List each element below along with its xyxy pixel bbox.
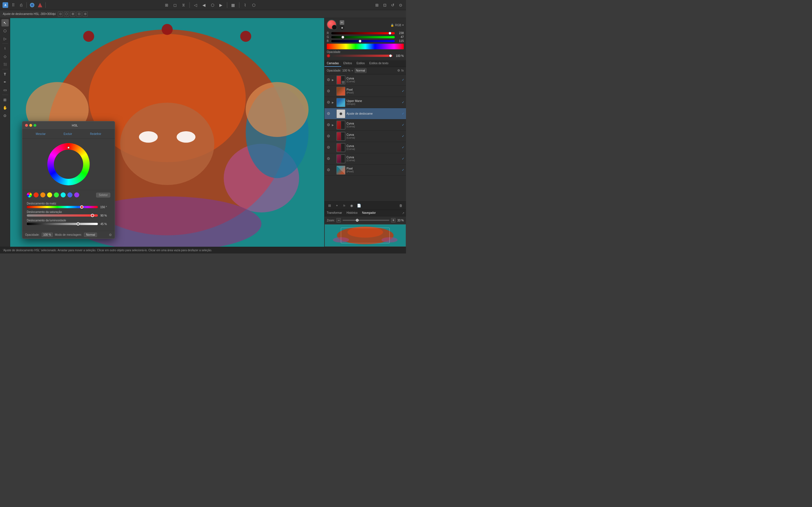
channel-r-thumb[interactable] xyxy=(389,32,391,35)
layer-item[interactable]: ▶ Curva (Curva) ✓ xyxy=(324,131,406,142)
color-wheel-icon[interactable]: ◉ xyxy=(340,25,344,30)
visibility-toggle[interactable] xyxy=(326,157,331,161)
tab-navegador[interactable]: Navegador xyxy=(360,210,378,216)
visibility-toggle[interactable] xyxy=(326,78,331,82)
layer-visible-check[interactable]: ✓ xyxy=(402,146,404,149)
hue-slider-track[interactable] xyxy=(27,206,98,208)
eraser-icon[interactable]: ⬡ xyxy=(251,2,257,8)
view-mode-icon[interactable]: ⊙ xyxy=(58,11,63,17)
visibility-toggle[interactable] xyxy=(326,146,331,150)
footer-opacity-value[interactable]: 100 % xyxy=(42,233,52,237)
tab-historico[interactable]: Histórico xyxy=(344,210,360,216)
preset-purple[interactable] xyxy=(74,192,79,198)
blend-mode-selector[interactable]: Normal xyxy=(355,68,366,73)
share-icon[interactable]: ⎙ xyxy=(18,2,24,8)
layer-visible-check[interactable]: ✓ xyxy=(402,89,404,93)
layer-item[interactable]: ▶ Curva (Curva) ✓ xyxy=(324,153,406,165)
delete-button[interactable]: Excluir xyxy=(61,132,74,136)
adjust-icon[interactable]: ⊡ xyxy=(77,11,82,17)
visibility-toggle[interactable] xyxy=(326,89,331,93)
view-tool[interactable]: ✋ xyxy=(1,104,9,111)
add-layer-icon[interactable]: 📄 xyxy=(356,203,362,209)
fill-tool[interactable]: ⬛ xyxy=(1,61,9,68)
erase-tool[interactable]: ◇ xyxy=(1,53,9,60)
shape-tool[interactable]: ▭ xyxy=(1,86,9,94)
minimize-button[interactable] xyxy=(29,124,32,127)
luminosity-slider-thumb[interactable] xyxy=(77,222,80,226)
merge-button[interactable]: Mesclar xyxy=(34,132,48,136)
eyedropper-icon[interactable]: ✏ xyxy=(340,20,344,25)
zoom-thumb[interactable] xyxy=(356,219,359,222)
layers-stack-icon[interactable]: ⊞ xyxy=(327,203,333,209)
snapping-icon[interactable]: ⊞ xyxy=(163,2,170,8)
expand-icon[interactable]: ▶ xyxy=(332,78,335,81)
layer-item[interactable]: ▶ Curva (Curva) ✓ xyxy=(324,142,406,153)
zoom-in-button[interactable]: + xyxy=(391,218,396,223)
crop-tool[interactable]: ▷ xyxy=(1,35,9,42)
layer-opacity-value[interactable]: 100 % xyxy=(342,69,350,72)
zoom-slider[interactable] xyxy=(343,220,389,221)
background-color[interactable] xyxy=(332,25,337,30)
align-right-icon[interactable]: ⬡ xyxy=(209,2,216,8)
channel-g-slider[interactable] xyxy=(331,36,395,38)
opacity-slider[interactable] xyxy=(331,55,393,57)
tab-camadas[interactable]: Camadas xyxy=(324,60,341,67)
preset-red[interactable] xyxy=(34,192,39,198)
table-icon[interactable]: ▦ xyxy=(230,2,236,8)
persona-vector[interactable] xyxy=(37,2,43,8)
expand-icon[interactable]: ▶ xyxy=(332,101,335,104)
tab-estilos[interactable]: Estilos xyxy=(354,60,367,67)
layer-visible-check[interactable]: ✓ xyxy=(402,157,404,161)
opacity-thumb[interactable] xyxy=(389,54,392,57)
expand-icon[interactable]: ▶ xyxy=(332,124,335,126)
transform-tool[interactable]: ⊞ xyxy=(1,96,9,103)
align-top-icon[interactable]: ▶ xyxy=(218,2,224,8)
visibility-toggle[interactable] xyxy=(326,168,331,172)
zoom-out-button[interactable]: − xyxy=(336,218,341,223)
model-label[interactable]: RGB xyxy=(395,24,401,27)
preset-rainbow[interactable] xyxy=(27,192,32,198)
saturation-slider-track[interactable] xyxy=(27,214,98,217)
layer-item[interactable]: ▶ Pixel (Pixel) ✓ xyxy=(324,165,406,176)
paintbrush-tool[interactable]: ⌇ xyxy=(1,45,9,52)
layers-icon[interactable]: ⊞ xyxy=(374,2,380,8)
layer-visible-check[interactable]: ✓ xyxy=(402,78,404,82)
layer-visible-check[interactable]: ✓ xyxy=(402,168,404,172)
saturation-slider-thumb[interactable] xyxy=(91,214,94,217)
foreground-color[interactable] xyxy=(327,20,336,29)
add-mask-icon[interactable]: + xyxy=(334,203,340,209)
maximize-button[interactable] xyxy=(34,124,36,127)
nav-expand-icon[interactable]: ↗ xyxy=(400,210,406,216)
layer-opacity-dropdown[interactable]: ▾ xyxy=(352,69,353,72)
tab-efeitos[interactable]: Efeitos xyxy=(341,60,354,67)
model-dropdown-icon[interactable]: ▾ xyxy=(402,24,404,26)
persona-pixel[interactable] xyxy=(29,2,35,8)
tab-estilos-texto[interactable]: Estilos de texto xyxy=(367,60,391,67)
layer-item[interactable]: ▶ Pixel (Pixel) ✓ xyxy=(324,86,406,97)
align-center-icon[interactable]: ◀ xyxy=(201,2,207,8)
preset-orange[interactable] xyxy=(40,192,45,198)
footer-settings-icon[interactable]: ⚙ xyxy=(109,233,112,237)
pen-tool[interactable]: ✒ xyxy=(1,78,9,86)
add-adjustment-icon[interactable]: ◉ xyxy=(349,203,354,209)
select-tool[interactable]: ↖ xyxy=(1,19,9,26)
close-button[interactable] xyxy=(25,124,28,127)
hue-slider-thumb[interactable] xyxy=(80,205,84,209)
tab-transformar[interactable]: Transformar xyxy=(324,210,344,216)
settings-icon[interactable]: ⊚ xyxy=(83,11,88,17)
transform-icon[interactable]: ⊞ xyxy=(70,11,75,17)
layer-visible-check[interactable]: ✓ xyxy=(402,123,404,127)
channel-b-thumb[interactable] xyxy=(359,40,361,43)
lock-icon[interactable]: 🔒 xyxy=(391,24,394,27)
layer-item[interactable]: ▶ Curva (Curva) ✓ xyxy=(324,119,406,131)
layer-item[interactable]: ▶ Upper Mane (Grupo) ✓ xyxy=(324,97,406,108)
grid-btn[interactable]: ⧖ xyxy=(181,2,187,8)
color-swatch-container[interactable] xyxy=(327,20,338,31)
layer-visible-check[interactable]: ✓ xyxy=(402,134,404,138)
brush-icon[interactable]: ⌇ xyxy=(242,2,248,8)
channel-g-thumb[interactable] xyxy=(342,36,344,39)
preset-blue[interactable] xyxy=(67,192,72,198)
zoom-tool[interactable]: ⊙ xyxy=(1,112,9,119)
layer-visible-check[interactable]: ✓ xyxy=(402,112,404,115)
adjustments-icon[interactable]: ⊡ xyxy=(382,2,388,8)
